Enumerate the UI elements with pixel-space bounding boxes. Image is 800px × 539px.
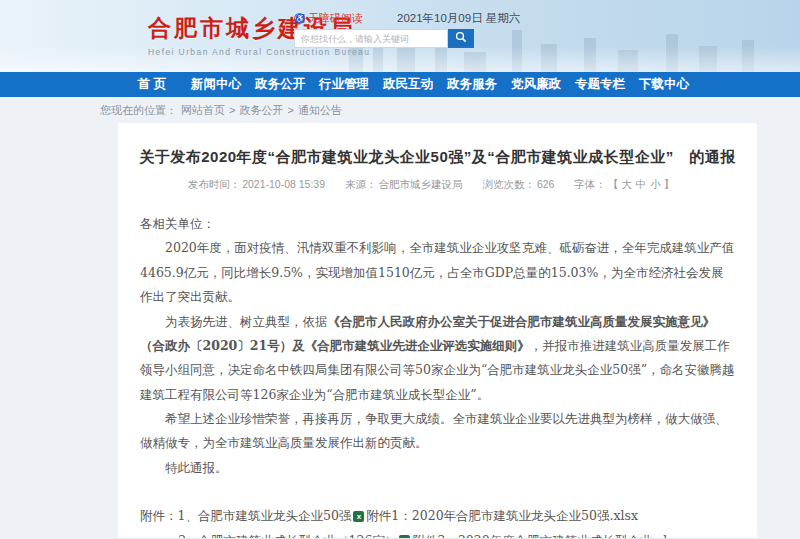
source-value: 合肥市城乡建设局: [378, 178, 462, 190]
article-body: 各相关单位： 2020年度，面对疫情、汛情双重不利影响，全市建筑业企业攻坚克难、…: [118, 212, 757, 539]
nav-item-news[interactable]: 新闻中心: [184, 76, 248, 93]
attachment-name: 合肥市建筑业龙头企业50强: [198, 504, 351, 528]
publish-time-label: 发布时间：: [188, 178, 241, 190]
font-size-small[interactable]: 小: [650, 178, 661, 190]
accessibility-label: 无障碍阅读: [308, 11, 363, 26]
search-bar: [294, 29, 474, 48]
publish-time: 2021-10-08 15:39: [242, 178, 325, 190]
source-label: 来源：: [345, 178, 377, 190]
main-nav: 首 页 新闻中心 政务公开 行业管理 政民互动 政务服务 党风廉政 专题专栏 下…: [0, 72, 800, 97]
breadcrumb-current[interactable]: 通知公告: [298, 103, 342, 118]
breadcrumb: 您现在的位置： 网站首页 > 政务公开 > 通知公告: [0, 97, 800, 123]
nav-item-special[interactable]: 专题专栏: [568, 76, 632, 93]
nav-item-party[interactable]: 党风廉政: [504, 76, 568, 93]
accessibility-icon: ♿: [294, 13, 305, 24]
views-label: 浏览次数：: [482, 178, 535, 190]
search-input[interactable]: [294, 29, 448, 48]
paragraph-3: 希望上述企业珍惜荣誉，再接再厉，争取更大成绩。全市建筑业企业要以先进典型为榜样，…: [140, 407, 735, 456]
breadcrumb-separator: >: [287, 104, 293, 116]
paragraph-4: 特此通报。: [140, 456, 735, 480]
font-size-controls: 字体：【大中小】: [573, 178, 675, 190]
nav-item-interact[interactable]: 政民互动: [376, 76, 440, 93]
views-count: 626: [537, 178, 555, 190]
page: 合肥市城乡建设局 Hefei Urban And Rural Construct…: [0, 0, 800, 539]
current-date: 2021年10月09日 星期六: [397, 11, 520, 26]
excel-file-icon: x: [353, 511, 364, 522]
breadcrumb-prefix: 您现在的位置：: [100, 103, 177, 118]
article-title: 关于发布2020年度“合肥市建筑业龙头企业50强”及“合肥市建筑业成长型企业” …: [118, 123, 757, 167]
attachments: 附件： 1、 合肥市建筑业龙头企业50强 x 附件1：2020年合肥市建筑业龙头…: [140, 504, 735, 539]
nav-item-industry[interactable]: 行业管理: [312, 76, 376, 93]
attachment-index: 1、: [178, 504, 198, 528]
header-banner: 合肥市城乡建设局 Hefei Urban And Rural Construct…: [0, 0, 800, 72]
nav-item-services[interactable]: 政务服务: [440, 76, 504, 93]
paragraph-2-text: 为表扬先进、树立典型，依据: [165, 314, 328, 329]
article-panel: 关于发布2020年度“合肥市建筑业龙头企业50强”及“合肥市建筑业成长型企业” …: [118, 123, 757, 539]
bracket: 】: [664, 178, 675, 190]
nav-item-home[interactable]: 首 页: [120, 76, 184, 93]
attachment-row: 附件： 1、 合肥市建筑业龙头企业50强 x 附件1：2020年合肥市建筑业龙头…: [140, 504, 735, 528]
salutation: 各相关单位：: [140, 212, 735, 236]
paragraph-1: 2020年度，面对疫情、汛情双重不利影响，全市建筑业企业攻坚克难、砥砺奋进，全年…: [140, 236, 735, 309]
accessibility-link[interactable]: ♿ 无障碍阅读: [294, 11, 363, 26]
breadcrumb-section[interactable]: 政务公开: [239, 103, 283, 118]
search-button[interactable]: [448, 29, 474, 48]
attachment-file-link[interactable]: 附件1：2020年合肥市建筑业龙头企业50强.xlsx: [366, 504, 638, 528]
paragraph-2: 为表扬先进、树立典型，依据《合肥市人民政府办公室关于促进合肥市建筑业高质量发展实…: [140, 310, 735, 408]
nav-item-downloads[interactable]: 下载中心: [632, 76, 696, 93]
bracket: 【: [608, 178, 619, 190]
font-size-medium[interactable]: 中: [636, 178, 647, 190]
attachments-label: 附件：: [140, 504, 178, 528]
search-icon: [455, 31, 467, 46]
site-subtitle: Hefei Urban And Rural Construction Burea…: [148, 47, 370, 57]
breadcrumb-separator: >: [229, 104, 235, 116]
font-size-large[interactable]: 大: [621, 178, 632, 190]
breadcrumb-home[interactable]: 网站首页: [181, 103, 225, 118]
nav-item-gov-info[interactable]: 政务公开: [248, 76, 312, 93]
article-meta: 发布时间：2021-10-08 15:39 来源：合肥市城乡建设局 浏览次数：6…: [118, 178, 757, 192]
font-size-label: 字体：: [574, 178, 606, 190]
